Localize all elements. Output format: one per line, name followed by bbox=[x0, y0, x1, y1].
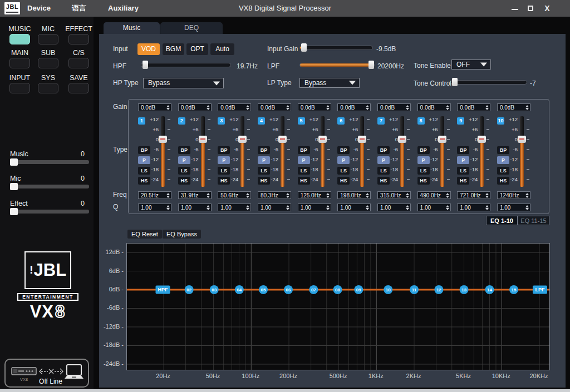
eq-tab-11-15[interactable]: EQ 11-15 bbox=[518, 216, 549, 225]
eq-gain-spinner[interactable]: 0.0dB bbox=[178, 103, 212, 111]
eq-channel-number[interactable]: 4 bbox=[258, 117, 265, 125]
eq-point-marker-07[interactable]: 07 bbox=[309, 285, 318, 294]
eq-point-marker-13[interactable]: 13 bbox=[460, 285, 469, 294]
eq-q-spinner[interactable]: 1.00 bbox=[218, 204, 251, 211]
eq-type-ls-button[interactable]: LS bbox=[138, 167, 150, 175]
eq-type-bp-button[interactable]: BP bbox=[457, 146, 469, 154]
lpf-handle[interactable] bbox=[368, 61, 374, 69]
eq-gain-spinner[interactable]: 0.0dB bbox=[138, 103, 171, 111]
eq-fader-handle[interactable] bbox=[199, 136, 207, 143]
eq-type-hs-button[interactable]: HS bbox=[337, 177, 350, 185]
eq-q-spinner[interactable]: 1.00 bbox=[138, 204, 171, 211]
eq-fader-handle[interactable] bbox=[159, 136, 167, 143]
spinner-arrows[interactable] bbox=[246, 205, 249, 210]
eq-type-hs-button[interactable]: HS bbox=[377, 177, 390, 185]
mix-slider-mic[interactable] bbox=[10, 185, 89, 188]
sidebar-button-effect[interactable] bbox=[68, 34, 89, 44]
spinner-arrows[interactable] bbox=[525, 193, 529, 198]
sidebar-button-sub[interactable] bbox=[38, 58, 58, 68]
eq-fader-track[interactable] bbox=[201, 116, 205, 187]
eq-type-ls-button[interactable]: LS bbox=[218, 167, 230, 175]
eq-fader-track[interactable] bbox=[321, 116, 325, 187]
eq-type-p-button[interactable]: P bbox=[337, 156, 350, 164]
eq-type-p-button[interactable]: P bbox=[218, 156, 230, 164]
eq-q-spinner[interactable]: 1.00 bbox=[377, 204, 411, 211]
eq-point-marker-02[interactable]: 02 bbox=[185, 285, 194, 294]
eq-channel-number[interactable]: 3 bbox=[218, 117, 225, 125]
spinner-arrows[interactable] bbox=[525, 205, 529, 210]
eq-type-p-button[interactable]: P bbox=[138, 156, 150, 164]
input-source-opt[interactable]: OPT bbox=[186, 43, 208, 55]
spinner-arrows[interactable] bbox=[366, 105, 369, 110]
eq-channel-number[interactable]: 10 bbox=[497, 117, 504, 125]
eq-type-bp-button[interactable]: BP bbox=[298, 146, 310, 154]
eq-gain-spinner[interactable]: 0.0dB bbox=[457, 103, 490, 111]
spinner-arrows[interactable] bbox=[446, 193, 449, 198]
eq-fader-track[interactable] bbox=[520, 116, 524, 187]
spinner-arrows[interactable] bbox=[366, 193, 369, 198]
eq-point-marker-11[interactable]: 11 bbox=[410, 285, 419, 294]
eq-gain-spinner[interactable]: 0.0dB bbox=[218, 103, 251, 111]
input-source-auto[interactable]: Auto bbox=[210, 43, 234, 55]
spinner-arrows[interactable] bbox=[166, 193, 170, 198]
eq-point-marker-05[interactable]: 05 bbox=[259, 285, 268, 294]
eq-gain-spinner[interactable]: 0.0dB bbox=[298, 103, 331, 111]
input-source-vod[interactable]: VOD bbox=[137, 43, 160, 55]
eq-type-bp-button[interactable]: BP bbox=[258, 146, 270, 154]
eq-fader-track[interactable] bbox=[400, 116, 404, 187]
spinner-arrows[interactable] bbox=[246, 105, 249, 110]
eq-freq-spinner[interactable]: 80.3Hz bbox=[258, 191, 291, 199]
sidebar-button-input[interactable] bbox=[9, 83, 30, 93]
spinner-arrows[interactable] bbox=[485, 193, 489, 198]
spinner-arrows[interactable] bbox=[207, 193, 210, 198]
eq-type-ls-button[interactable]: LS bbox=[457, 167, 469, 175]
lpf-slider[interactable] bbox=[299, 63, 375, 67]
eq-fader-track[interactable] bbox=[480, 116, 484, 187]
tab-music[interactable]: Music bbox=[104, 22, 160, 34]
eq-freq-spinner[interactable]: 31.9Hz bbox=[178, 191, 212, 199]
spinner-arrows[interactable] bbox=[286, 205, 289, 210]
eq-gain-spinner[interactable]: 0.0dB bbox=[337, 103, 371, 111]
tab-deq[interactable]: DEQ bbox=[160, 22, 223, 34]
eq-type-bp-button[interactable]: BP bbox=[218, 146, 230, 154]
eq-type-p-button[interactable]: P bbox=[377, 156, 390, 164]
eq-point-marker-08[interactable]: 08 bbox=[333, 285, 342, 294]
eq-point-marker-15[interactable]: 15 bbox=[509, 285, 518, 294]
sidebar-button-music[interactable] bbox=[9, 34, 30, 44]
spinner-arrows[interactable] bbox=[485, 205, 489, 210]
eq-type-ls-button[interactable]: LS bbox=[337, 167, 350, 175]
eq-type-bp-button[interactable]: BP bbox=[138, 146, 150, 154]
eq-type-bp-button[interactable]: BP bbox=[417, 146, 430, 154]
eq-channel-number[interactable]: 6 bbox=[337, 117, 345, 125]
eq-fader-track[interactable] bbox=[440, 116, 444, 187]
input-gain-handle[interactable] bbox=[301, 43, 307, 52]
eq-type-p-button[interactable]: P bbox=[457, 156, 469, 164]
eq-type-ls-button[interactable]: LS bbox=[417, 167, 430, 175]
close-button[interactable]: X bbox=[540, 0, 554, 17]
eq-type-ls-button[interactable]: LS bbox=[497, 167, 509, 175]
sidebar-button-sys[interactable] bbox=[38, 83, 58, 93]
eq-type-p-button[interactable]: P bbox=[417, 156, 430, 164]
eq-type-hs-button[interactable]: HS bbox=[218, 177, 230, 185]
eq-fader-track[interactable] bbox=[240, 116, 244, 187]
maximize-button[interactable] bbox=[523, 0, 538, 17]
lp-type-dropdown[interactable]: Bypass bbox=[299, 78, 360, 88]
eq-type-p-button[interactable]: P bbox=[497, 156, 509, 164]
hpf-handle[interactable] bbox=[142, 61, 148, 69]
tone-control-slider[interactable] bbox=[451, 80, 527, 85]
spinner-arrows[interactable] bbox=[286, 193, 289, 198]
spinner-arrows[interactable] bbox=[406, 105, 409, 110]
spinner-arrows[interactable] bbox=[485, 105, 489, 110]
eq-fader-handle[interactable] bbox=[278, 136, 287, 143]
eq-type-p-button[interactable]: P bbox=[298, 156, 310, 164]
eq-point-marker-10[interactable]: 10 bbox=[384, 285, 392, 294]
spinner-arrows[interactable] bbox=[286, 105, 289, 110]
eq-tab-1-10[interactable]: EQ 1-10 bbox=[486, 216, 518, 225]
eq-freq-spinner[interactable]: 315.0Hz bbox=[377, 191, 411, 199]
spinner-arrows[interactable] bbox=[326, 205, 330, 210]
eq-bypass-button[interactable]: EQ Bypass bbox=[163, 230, 201, 239]
eq-type-hs-button[interactable]: HS bbox=[178, 177, 190, 185]
eq-point-marker-09[interactable]: 09 bbox=[354, 285, 363, 294]
eq-fader-handle[interactable] bbox=[478, 136, 486, 143]
eq-q-spinner[interactable]: 1.00 bbox=[457, 204, 490, 211]
